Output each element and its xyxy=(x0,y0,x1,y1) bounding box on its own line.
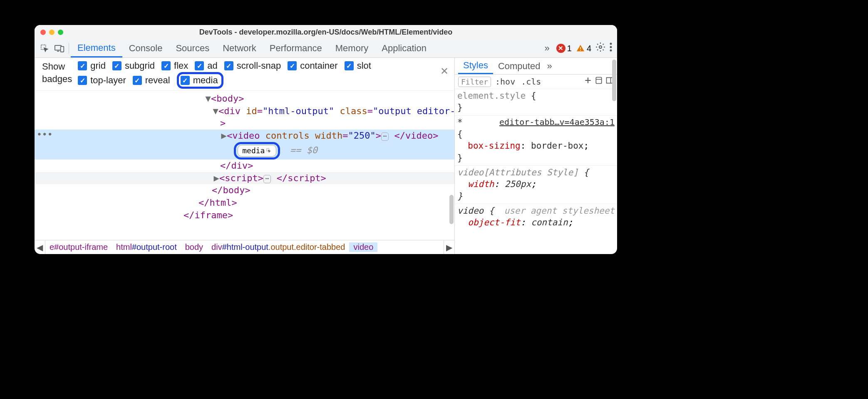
window-title: DevTools - developer.mozilla.org/en-US/d… xyxy=(35,28,617,37)
svg-rect-5 xyxy=(580,50,581,51)
checkbox-icon xyxy=(133,76,142,85)
checkbox-icon xyxy=(345,61,354,70)
minimize-window-button[interactable] xyxy=(49,30,55,35)
tab-application[interactable]: Application xyxy=(375,39,433,57)
dom-line-div[interactable]: ▼<div id="html-output" class="output edi… xyxy=(35,105,454,117)
svg-rect-3 xyxy=(61,47,64,52)
dom-line-body[interactable]: ▼<body> xyxy=(35,92,454,105)
badge-flex[interactable]: flex xyxy=(161,60,188,71)
stylesheet-link[interactable]: editor-tabb…v=4ae353a:1 xyxy=(499,117,615,128)
breadcrumb-div[interactable]: div#html-output.output.editor-tabbed xyxy=(207,242,349,252)
styles-filter-input[interactable]: Filter xyxy=(458,77,491,87)
badge-scroll-snap[interactable]: scroll-snap xyxy=(224,60,281,71)
rule-video-ua[interactable]: video user agent stylesheet { object-fit… xyxy=(455,204,617,230)
rule-universal[interactable]: * editor-tabb…v=4ae353a:1 { box-sizing: … xyxy=(455,116,617,166)
inspect-element-icon[interactable] xyxy=(37,41,52,56)
dom-selected-node[interactable]: ••• ▶<video controls width="250">⋯ </vid… xyxy=(35,130,454,160)
more-options-icon[interactable] xyxy=(610,42,612,54)
badge-slot[interactable]: slot xyxy=(345,60,371,71)
breadcrumb-scroll-right-icon[interactable]: ▶ xyxy=(444,240,454,254)
badge-top-layer[interactable]: top-layer xyxy=(78,75,126,86)
badges-grid: grid subgrid flex ad scroll-snap contain… xyxy=(78,60,419,87)
styles-pane: Styles Computed » Filter :hov .cls eleme… xyxy=(455,58,617,254)
cls-button[interactable]: .cls xyxy=(519,77,543,87)
badge-subgrid[interactable]: subgrid xyxy=(112,60,155,71)
breadcrumb-scroll-left-icon[interactable]: ◀ xyxy=(35,240,45,254)
breadcrumb-iframe[interactable]: e#output-iframe xyxy=(45,242,112,252)
dom-line-div-close[interactable]: </div> xyxy=(35,160,454,172)
tab-performance[interactable]: Performance xyxy=(263,39,329,57)
ellipsis-icon[interactable]: ⋯ xyxy=(381,132,389,141)
breadcrumb-html[interactable]: html#output-root xyxy=(112,242,181,252)
badge-grid[interactable]: grid xyxy=(78,60,106,71)
more-tabs-icon[interactable]: » xyxy=(542,43,552,54)
dom-line-script[interactable]: ▶<script>⋯ </script> xyxy=(35,172,454,185)
expand-arrow-icon[interactable]: ▼ xyxy=(205,92,211,105)
tab-elements[interactable]: Elements xyxy=(71,39,122,57)
scrollbar-thumb[interactable] xyxy=(449,195,454,224)
badge-ad[interactable]: ad xyxy=(195,60,217,71)
hov-button[interactable]: :hov xyxy=(494,77,517,87)
rule-video-attrs[interactable]: video[Attributes Style] { width: 250px; … xyxy=(455,166,617,204)
svg-rect-4 xyxy=(580,47,581,49)
badges-label: Show badges xyxy=(42,60,72,85)
badge-media[interactable]: media xyxy=(181,75,218,86)
toolbar-separator xyxy=(69,43,69,54)
expand-arrow-icon[interactable]: ▶ xyxy=(221,130,227,142)
tab-memory[interactable]: Memory xyxy=(329,39,375,57)
warnings-count: 4 xyxy=(587,44,591,53)
warnings-badge[interactable]: 4 xyxy=(576,44,591,53)
main-toolbar: Elements Console Sources Network Perform… xyxy=(35,39,617,58)
checkbox-icon xyxy=(195,61,204,70)
styles-rules[interactable]: element.style { } * editor-tabb…v=4ae353… xyxy=(455,89,617,254)
badge-media-highlight: media xyxy=(177,72,223,89)
console-ref: == $0 xyxy=(290,145,317,155)
checkbox-icon xyxy=(288,61,297,70)
tab-styles[interactable]: Styles xyxy=(458,58,493,74)
dom-line-body-close[interactable]: </body> xyxy=(35,184,454,197)
tab-computed[interactable]: Computed xyxy=(493,58,546,74)
dom-line-html-close[interactable]: </html> xyxy=(35,197,454,209)
device-toolbar-icon[interactable] xyxy=(52,41,67,56)
user-agent-label: user agent stylesheet xyxy=(504,205,615,217)
dom-line-div-cont[interactable]: > xyxy=(35,117,454,130)
checkbox-icon xyxy=(112,61,122,70)
checkbox-icon xyxy=(78,76,87,85)
scrollbar-thumb[interactable] xyxy=(612,60,616,101)
styles-tabs: Styles Computed » xyxy=(455,58,617,75)
breadcrumb-video[interactable]: video xyxy=(349,242,377,252)
styles-toolbar: Filter :hov .cls xyxy=(455,75,617,89)
tab-console[interactable]: Console xyxy=(122,39,169,57)
titlebar: DevTools - developer.mozilla.org/en-US/d… xyxy=(35,25,617,39)
tab-sources[interactable]: Sources xyxy=(169,39,216,57)
svg-point-6 xyxy=(599,46,602,48)
breadcrumb-body[interactable]: body xyxy=(181,242,207,252)
svg-point-7 xyxy=(610,43,612,45)
tab-network[interactable]: Network xyxy=(216,39,263,57)
dom-line-iframe-close[interactable]: </iframe> xyxy=(35,209,454,222)
expand-arrow-icon[interactable]: ▶ xyxy=(213,172,219,185)
checkbox-icon xyxy=(224,61,233,70)
expand-arrow-icon[interactable]: ▼ xyxy=(213,105,218,117)
checkbox-icon xyxy=(161,61,171,70)
panel-tabs: Elements Console Sources Network Perform… xyxy=(71,39,433,57)
computed-styles-icon[interactable] xyxy=(595,76,603,87)
settings-icon[interactable] xyxy=(595,42,605,55)
devtools-window: DevTools - developer.mozilla.org/en-US/d… xyxy=(35,25,617,254)
more-styles-tabs-icon[interactable]: » xyxy=(547,61,552,72)
svg-point-8 xyxy=(610,46,612,48)
badge-reveal[interactable]: reveal xyxy=(133,75,170,86)
close-window-button[interactable] xyxy=(40,30,46,35)
badge-container[interactable]: container xyxy=(288,60,338,71)
errors-badge[interactable]: ✕ 1 xyxy=(556,44,572,53)
close-badges-icon[interactable]: ✕ xyxy=(440,65,449,77)
selection-dots-icon: ••• xyxy=(37,130,53,140)
warning-icon xyxy=(576,44,585,53)
media-badge[interactable]: media xyxy=(238,145,276,157)
dom-tree[interactable]: ▼<body> ▼<div id="html-output" class="ou… xyxy=(35,91,454,240)
content-area: Show badges grid subgrid flex ad scroll-… xyxy=(35,58,617,254)
new-style-rule-icon[interactable] xyxy=(584,76,592,87)
rule-element-style[interactable]: element.style { } xyxy=(455,89,617,116)
maximize-window-button[interactable] xyxy=(58,30,63,35)
ellipsis-icon[interactable]: ⋯ xyxy=(263,175,271,183)
